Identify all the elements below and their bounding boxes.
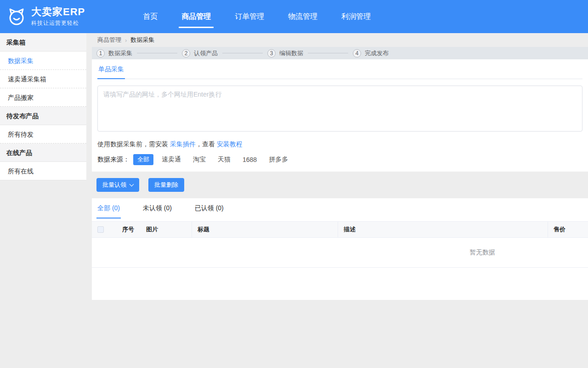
column-header-title: 标题 [192, 222, 338, 237]
data-source-filter: 数据来源： 全部 速卖通 淘宝 天猫 1688 拼多多 [97, 154, 582, 165]
step-1-label: 数据采集 [108, 49, 132, 58]
sidebar: 采集箱 数据采集 速卖通采集箱 产品搬家 待发布产品 所有待发 在线产品 所有在… [0, 33, 86, 180]
tab-unclaimed[interactable]: 未认领 (0) [142, 198, 173, 218]
main-content: 商品管理 › 数据采集 1 数据采集 2 认领产品 3 编辑数据 4 完成发布 … [92, 33, 588, 300]
plugin-link[interactable]: 采集插件 [170, 140, 196, 148]
product-table: 序号 图片 标题 描述 售价 暂无数据 [92, 221, 588, 268]
sidebar-item-all-pending[interactable]: 所有待发 [0, 125, 86, 144]
step-1-number: 1 [96, 49, 105, 58]
step-4-label: 完成发布 [365, 49, 389, 58]
step-2-label: 认领产品 [194, 49, 218, 58]
list-card: 全部 (0) 未认领 (0) 已认领 (0) 序号 图片 标题 描述 售价 暂无… [92, 198, 588, 300]
step-3: 3 编辑数据 [267, 49, 303, 58]
sidebar-item-data-collect[interactable]: 数据采集 [0, 52, 86, 70]
select-all-checkbox[interactable] [97, 226, 104, 233]
source-filter-pinduoduo[interactable]: 拼多多 [269, 155, 288, 164]
source-filter-all[interactable]: 全部 [133, 154, 153, 165]
chevron-down-icon [130, 182, 134, 186]
sidebar-item-all-online[interactable]: 所有在线 [0, 162, 86, 180]
sidebar-section-collect-box: 采集箱 [0, 33, 86, 52]
batch-claim-button[interactable]: 批量认领 [96, 178, 139, 192]
top-nav: 首页 商品管理 订单管理 物流管理 利润管理 [131, 0, 383, 33]
brand-slogan: 科技让运营更轻松 [31, 19, 85, 27]
batch-delete-label: 批量删除 [154, 181, 178, 189]
brand-logo[interactable]: 大卖家ERP 科技让运营更轻松 [0, 6, 85, 28]
url-input[interactable] [97, 86, 582, 132]
nav-item-products[interactable]: 商品管理 [181, 10, 212, 23]
nav-item-home[interactable]: 首页 [142, 10, 158, 23]
steps-bar: 1 数据采集 2 认领产品 3 编辑数据 4 完成发布 [92, 47, 588, 59]
cat-mascot-icon [6, 6, 28, 28]
source-filter-taobao[interactable]: 淘宝 [193, 155, 206, 164]
list-tabs: 全部 (0) 未认领 (0) 已认领 (0) [92, 198, 588, 218]
step-connector [308, 53, 348, 53]
breadcrumb-parent[interactable]: 商品管理 [97, 36, 121, 44]
source-label: 数据来源： [97, 155, 130, 164]
nav-item-logistics[interactable]: 物流管理 [287, 10, 318, 23]
step-1: 1 数据采集 [96, 49, 132, 58]
step-connector [222, 53, 263, 53]
step-connector [137, 53, 177, 53]
batch-actions-bar: 批量认领 批量删除 [92, 172, 588, 198]
source-filter-tmall[interactable]: 天猫 [218, 155, 231, 164]
source-filter-1688[interactable]: 1688 [243, 156, 257, 163]
batch-claim-label: 批量认领 [102, 181, 126, 189]
tab-claimed[interactable]: 已认领 (0) [194, 198, 225, 218]
plugin-hint: 使用数据采集前，需安装 采集插件，查看 安装教程 [97, 140, 582, 149]
breadcrumb-separator-icon: › [125, 37, 127, 44]
brand-name: 大卖家ERP [31, 6, 85, 18]
column-header-desc: 描述 [338, 222, 548, 237]
step-2-number: 2 [182, 49, 190, 58]
step-4: 4 完成发布 [353, 49, 389, 58]
empty-state: 暂无数据 [92, 238, 588, 268]
collect-card: 单品采集 使用数据采集前，需安装 采集插件，查看 安装教程 数据来源： 全部 速… [92, 59, 588, 172]
sidebar-item-product-move[interactable]: 产品搬家 [0, 88, 86, 107]
batch-delete-button[interactable]: 批量删除 [148, 178, 184, 192]
step-4-number: 4 [353, 49, 361, 58]
collect-tab-row: 单品采集 [97, 59, 582, 79]
source-filter-aliexpress[interactable]: 速卖通 [162, 155, 181, 164]
tutorial-link[interactable]: 安装教程 [217, 140, 243, 148]
sidebar-item-aliexpress-box[interactable]: 速卖通采集箱 [0, 70, 86, 88]
column-header-num: 序号 [117, 222, 141, 237]
sidebar-section-pending: 待发布产品 [0, 107, 86, 125]
hint-text-pre: 使用数据采集前，需安装 [97, 140, 170, 148]
tab-all[interactable]: 全部 (0) [96, 198, 121, 218]
step-2: 2 认领产品 [182, 49, 218, 58]
nav-item-orders[interactable]: 订单管理 [234, 10, 265, 23]
sidebar-section-online: 在线产品 [0, 144, 86, 162]
top-header: 大卖家ERP 科技让运营更轻松 首页 商品管理 订单管理 物流管理 利润管理 [0, 0, 588, 33]
tab-single-collect[interactable]: 单品采集 [97, 59, 125, 79]
table-header-checkbox-cell [92, 222, 117, 237]
column-header-price: 售价 [548, 222, 588, 237]
breadcrumb: 商品管理 › 数据采集 [92, 33, 588, 47]
step-3-label: 编辑数据 [279, 49, 303, 58]
column-header-image: 图片 [141, 222, 192, 237]
hint-text-mid: ，查看 [196, 140, 217, 148]
table-header-row: 序号 图片 标题 描述 售价 [92, 221, 588, 238]
breadcrumb-current: 数据采集 [130, 36, 154, 44]
nav-item-profit[interactable]: 利润管理 [340, 10, 372, 23]
step-3-number: 3 [267, 49, 276, 58]
